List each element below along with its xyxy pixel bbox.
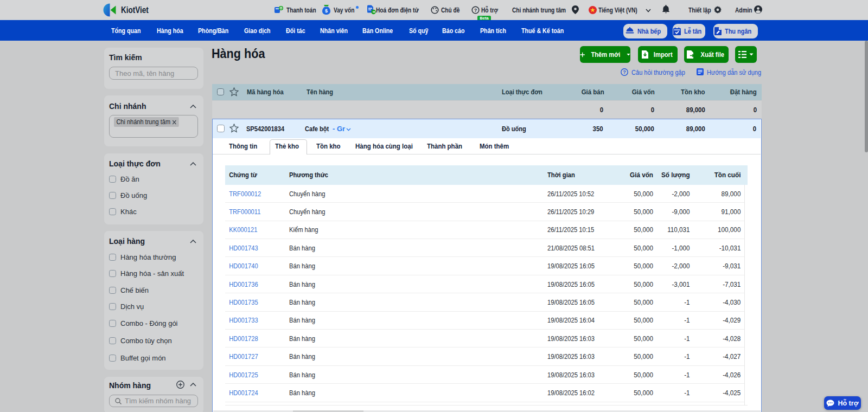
svg-text:$: $ bbox=[325, 8, 328, 14]
svg-text:?: ? bbox=[474, 8, 477, 13]
svg-text:?: ? bbox=[623, 69, 626, 75]
